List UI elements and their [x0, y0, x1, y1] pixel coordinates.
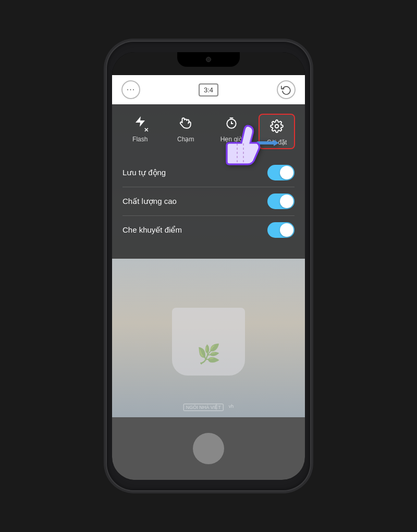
luu-tu-dong-toggle[interactable]: [267, 165, 295, 180]
chat-luong-cao-label: Chất lượng cao: [122, 197, 177, 206]
settings-list: Lưu tự động Chất lượng cao: [112, 154, 305, 248]
phone-frame: ··· 3:4 🌿 NG: [107, 42, 310, 490]
setting-row-che-khuyet-diem: Che khuyết điểm: [120, 216, 297, 244]
cham-control[interactable]: Chạm: [167, 114, 204, 149]
luu-tu-dong-toggle-knob: [280, 166, 293, 179]
menu-button[interactable]: ···: [121, 80, 140, 99]
top-bar: ··· 3:4: [112, 75, 305, 104]
cup-illustration: 🌿: [156, 282, 261, 376]
bottom-bar: [112, 417, 305, 480]
hand-icon: [179, 116, 192, 130]
ratio-selector[interactable]: 3:4: [199, 83, 218, 96]
notch: [177, 52, 240, 67]
svg-marker-5: [274, 140, 279, 146]
flash-icon: ✕: [134, 115, 146, 131]
camera-view: 🌿 NGÔI NHÀ VIỆT vh: [112, 104, 305, 417]
watermark: NGÔI NHÀ VIỆT vh: [183, 404, 234, 411]
cham-icon-container: [176, 114, 195, 132]
setting-row-chat-luong-cao: Chất lượng cao: [120, 187, 297, 215]
cham-label: Chạm: [177, 136, 194, 143]
flash-x-icon: ✕: [144, 127, 149, 133]
flash-label: Flash: [132, 136, 148, 143]
status-bar: [112, 52, 305, 75]
flash-control[interactable]: ✕ Flash: [122, 114, 158, 149]
menu-icon: ···: [127, 85, 135, 94]
che-khuyet-diem-label: Che khuyết điểm: [122, 225, 182, 235]
thumbs-up-icon: [222, 120, 279, 167]
phone-screen: ··· 3:4 🌿 NG: [112, 52, 305, 480]
front-camera: [206, 57, 211, 62]
rotate-button[interactable]: [277, 80, 296, 99]
ratio-label: 3:4: [204, 86, 213, 94]
flash-icon-container: ✕: [131, 114, 150, 132]
rotate-icon: [281, 84, 291, 95]
shutter-button[interactable]: [193, 433, 224, 464]
chat-luong-cao-toggle-knob: [280, 195, 293, 208]
thumb-cursor: [222, 120, 279, 167]
luu-tu-dong-label: Lưu tự động: [122, 168, 166, 177]
chat-luong-cao-toggle[interactable]: [267, 194, 295, 209]
che-khuyet-diem-toggle-knob: [280, 223, 293, 237]
svg-marker-0: [136, 116, 145, 127]
che-khuyet-diem-toggle[interactable]: [267, 222, 295, 238]
